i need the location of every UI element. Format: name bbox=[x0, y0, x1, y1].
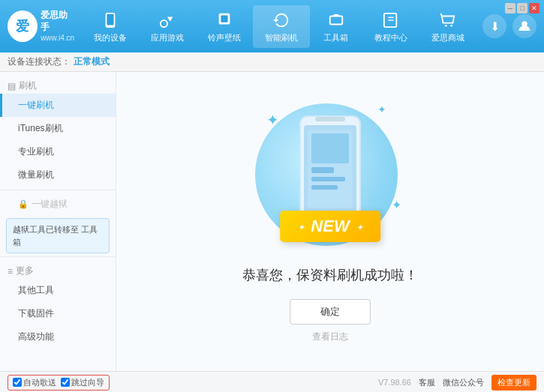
jailbreak-info-text: 越狱工具已转移至 工具箱 bbox=[13, 225, 98, 247]
logo-area: 爱 爱思助手 www.i4.cn bbox=[8, 10, 75, 43]
svg-point-2 bbox=[110, 25, 111, 27]
nav-item-my-device[interactable]: 我的设备 bbox=[82, 5, 139, 48]
nav-label-tutorial: 教程中心 bbox=[374, 32, 407, 43]
nav-item-ringtones[interactable]: 铃声壁纸 bbox=[196, 5, 253, 48]
flash-section-label: 刷机 bbox=[19, 79, 37, 92]
svg-rect-1 bbox=[107, 13, 113, 25]
user-button[interactable] bbox=[512, 14, 536, 38]
auto-start-text: 自动歌送 bbox=[23, 377, 56, 388]
jailbreak-info-box: 越狱工具已转移至 工具箱 bbox=[6, 218, 110, 253]
sidebar-item-other-tools[interactable]: 其他工具 bbox=[0, 279, 116, 302]
svg-rect-20 bbox=[311, 185, 338, 190]
nav-label-toolbox: 工具箱 bbox=[323, 32, 348, 43]
maximize-button[interactable]: □ bbox=[517, 3, 527, 13]
tools-icon bbox=[326, 10, 347, 31]
jailbreak-section-label: 一键越狱 bbox=[32, 198, 68, 211]
top-navigation-bar: 爱 爱思助手 www.i4.cn 我的设备 应用游戏 bbox=[0, 0, 544, 52]
checkbox-group: 自动歌送 跳过向导 bbox=[8, 375, 110, 391]
close-button[interactable]: ✕ bbox=[529, 3, 539, 13]
version-text: V7.98.66 bbox=[378, 378, 411, 387]
apps-icon bbox=[157, 10, 178, 31]
customer-service-link[interactable]: 客服 bbox=[419, 377, 435, 388]
svg-rect-14 bbox=[315, 117, 345, 121]
book-icon bbox=[380, 10, 401, 31]
status-value: 正常模式 bbox=[74, 55, 110, 68]
logo-icon: 爱 bbox=[8, 10, 38, 42]
skip-wizard-checkbox[interactable] bbox=[61, 378, 70, 387]
window-controls[interactable]: ─ □ ✕ bbox=[505, 3, 539, 13]
nav-label-smart-flash: 智能刷机 bbox=[265, 32, 298, 43]
sidebar-item-advanced[interactable]: 高级功能 bbox=[0, 325, 116, 349]
nav-label-shop: 爱思商城 bbox=[431, 32, 464, 43]
sidebar-item-itunes-flash[interactable]: iTunes刷机 bbox=[0, 117, 116, 140]
sidebar-section-flash: ▤ 刷机 bbox=[0, 75, 116, 94]
svg-rect-17 bbox=[311, 133, 349, 163]
skip-wizard-label[interactable]: 跳过向导 bbox=[61, 377, 104, 388]
nav-label-apps-games: 应用游戏 bbox=[151, 32, 184, 43]
phone-icon bbox=[100, 10, 121, 31]
nav-item-toolbox[interactable]: 工具箱 bbox=[310, 5, 362, 48]
bottom-bar: 自动歌送 跳过向导 V7.98.66 客服 微信公众号 检查更新 📱 iPhon… bbox=[0, 371, 544, 392]
lock-icon: 🔒 bbox=[18, 199, 29, 209]
sidebar-item-pro-flash[interactable]: 专业刷机 bbox=[0, 140, 116, 163]
auto-start-checkbox[interactable] bbox=[13, 378, 22, 387]
svg-rect-18 bbox=[311, 167, 334, 173]
svg-point-10 bbox=[450, 24, 452, 26]
confirm-button[interactable]: 确定 bbox=[290, 299, 371, 325]
sidebar-divider-2 bbox=[0, 256, 116, 257]
sidebar: ▤ 刷机 一键刷机 iTunes刷机 专业刷机 微量刷机 🔒 一键越狱 越狱工具… bbox=[0, 72, 116, 371]
sidebar-item-micro-flash[interactable]: 微量刷机 bbox=[0, 163, 116, 187]
sidebar-item-one-key-flash[interactable]: 一键刷机 bbox=[0, 94, 116, 117]
svg-rect-5 bbox=[221, 15, 227, 22]
bell-icon bbox=[214, 10, 235, 31]
nav-item-tutorial[interactable]: 教程中心 bbox=[362, 5, 419, 48]
sidebar-section-more: ≡ 更多 bbox=[0, 260, 116, 279]
success-message: 恭喜您，保资料刷机成功啦！ bbox=[242, 266, 418, 284]
nav-item-smart-flash[interactable]: 智能刷机 bbox=[253, 5, 310, 48]
status-bar: 设备连接状态： 正常模式 bbox=[0, 52, 544, 72]
more-section-label: 更多 bbox=[16, 265, 34, 277]
svg-rect-6 bbox=[329, 16, 342, 24]
nav-label-my-device: 我的设备 bbox=[94, 32, 127, 43]
more-section-icon: ≡ bbox=[8, 266, 13, 277]
view-log-link[interactable]: 查看日志 bbox=[312, 331, 348, 343]
auto-start-label[interactable]: 自动歌送 bbox=[13, 377, 56, 388]
wechat-link[interactable]: 微信公众号 bbox=[443, 377, 484, 388]
svg-rect-19 bbox=[311, 177, 345, 181]
shop-icon bbox=[437, 10, 458, 31]
minimize-button[interactable]: ─ bbox=[505, 3, 515, 13]
nav-item-shop[interactable]: 爱思商城 bbox=[419, 5, 476, 48]
flash-section-icon: ▤ bbox=[8, 81, 16, 91]
nav-item-apps-games[interactable]: 应用游戏 bbox=[139, 5, 196, 48]
sparkle-3: ✦ bbox=[392, 198, 401, 212]
download-button[interactable]: ⬇ bbox=[482, 14, 506, 38]
svg-point-9 bbox=[444, 24, 446, 26]
sidebar-section-jailbreak: 🔒 一键越狱 bbox=[0, 193, 116, 215]
svg-point-3 bbox=[160, 20, 167, 27]
sidebar-divider-1 bbox=[0, 190, 116, 190]
nav-items: 我的设备 应用游戏 铃声壁纸 智能刷机 bbox=[75, 5, 482, 48]
phone-illustration: ✦ ✦ ✦ bbox=[244, 100, 416, 257]
main-layout: ▤ 刷机 一键刷机 iTunes刷机 专业刷机 微量刷机 🔒 一键越狱 越狱工具… bbox=[0, 72, 544, 371]
status-label: 设备连接状态： bbox=[8, 55, 71, 68]
refresh-icon bbox=[271, 10, 292, 31]
sparkle-1: ✦ bbox=[266, 111, 279, 129]
check-update-button[interactable]: 检查更新 bbox=[491, 375, 536, 391]
logo-text: 爱思助手 www.i4.cn bbox=[41, 10, 75, 43]
skip-wizard-text: 跳过向导 bbox=[71, 377, 104, 388]
nav-label-ringtones: 铃声壁纸 bbox=[208, 32, 241, 43]
sparkle-2: ✦ bbox=[377, 103, 386, 115]
new-badge: ✦ NEW ✦ bbox=[280, 211, 380, 242]
top-right-actions: ⬇ bbox=[482, 14, 536, 38]
sidebar-item-download-firmware[interactable]: 下载固件 bbox=[0, 302, 116, 325]
bottom-top-row: 自动歌送 跳过向导 V7.98.66 客服 微信公众号 检查更新 bbox=[0, 372, 544, 392]
content-area: ✦ ✦ ✦ bbox=[116, 72, 544, 371]
